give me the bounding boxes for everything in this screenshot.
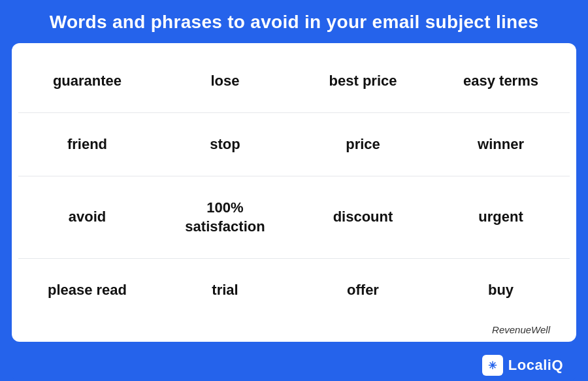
revenuewell-brand: RevenueWell	[492, 324, 550, 335]
grid-cell: stop	[156, 112, 294, 176]
localiq-brand: ✳ LocaliQ	[482, 355, 563, 376]
page-title: Words and phrases to avoid in your email…	[13, 12, 575, 33]
grid-cell: offer	[294, 258, 432, 322]
grid-cell: guarantee	[18, 50, 156, 112]
grid-cell: please read	[18, 258, 156, 322]
grid-cell: urgent	[432, 176, 570, 258]
localiq-logo-icon: ✳	[488, 359, 497, 372]
grid-cell-text: discount	[333, 208, 393, 227]
grid-cell: easy terms	[432, 50, 570, 112]
grid-cell: discount	[294, 176, 432, 258]
grid-cell-text: urgent	[478, 208, 523, 227]
header: Words and phrases to avoid in your email…	[0, 0, 588, 43]
grid-cell: price	[294, 112, 432, 176]
grid-cell: lose	[156, 50, 294, 112]
grid-cell: trial	[156, 258, 294, 322]
grid-cell-text: guarantee	[53, 72, 122, 91]
grid-cell-text: trial	[212, 281, 238, 300]
grid-cell-text: easy terms	[463, 72, 538, 91]
grid-cell-text: 100% satisfaction	[185, 199, 265, 236]
grid-cell-text: best price	[329, 72, 397, 91]
brand-row: RevenueWell	[12, 322, 576, 342]
grid-cell: avoid	[18, 176, 156, 258]
grid-cell-text: price	[346, 135, 380, 154]
grid-cell-text: buy	[488, 281, 514, 300]
grid-cell-text: offer	[347, 281, 379, 300]
footer-bar: ✳ LocaliQ	[12, 350, 576, 381]
grid-cell: buy	[432, 258, 570, 322]
grid-cell: friend	[18, 112, 156, 176]
grid-cell: winner	[432, 112, 570, 176]
grid-cell-text: please read	[48, 281, 127, 300]
words-grid: guaranteelosebest priceeasy termsfriends…	[12, 50, 576, 322]
grid-cell: best price	[294, 50, 432, 112]
grid-cell-text: avoid	[69, 208, 106, 227]
grid-cell-text: friend	[67, 135, 107, 154]
grid-cell-text: stop	[210, 135, 240, 154]
localiq-logo-box: ✳	[482, 355, 503, 376]
content-card: guaranteelosebest priceeasy termsfriends…	[12, 43, 576, 342]
grid-cell-text: lose	[210, 72, 239, 91]
grid-cell: 100% satisfaction	[156, 176, 294, 258]
grid-cell-text: winner	[478, 135, 524, 154]
localiq-text: LocaliQ	[508, 357, 563, 374]
